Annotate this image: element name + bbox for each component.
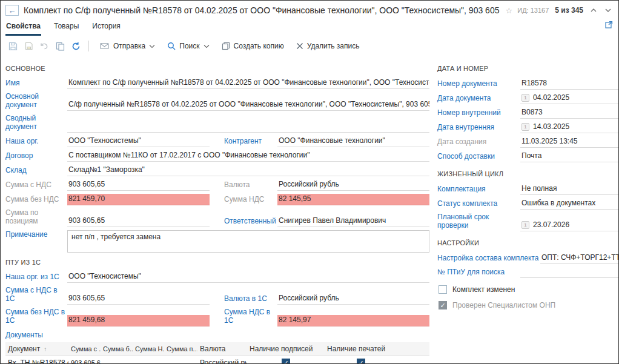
our-org-1c-label[interactable]: Наша орг. из 1С [5,273,67,283]
sum-with-vat-1c-label[interactable]: Сумма с НДС в 1С [5,286,67,305]
sum-with-vat-1c-field[interactable]: 903 605,65 [67,293,210,305]
search-button[interactable]: Поиск [162,40,214,52]
send-button-label: Отправка [113,42,145,50]
internal-number-field[interactable]: B0873 [520,107,619,119]
document-link[interactable]: Вх. ТН №R18578 от ... [5,356,68,364]
col-sum-positions[interactable]: Сумма п... [164,342,197,356]
back-button[interactable]: ← [5,5,19,16]
doc-date-label[interactable]: Дата документа [437,94,520,104]
doc-number-label[interactable]: Номер документа [437,79,520,90]
warehouse-field[interactable]: Склад№1 "Заморозка" [67,165,429,176]
col-document[interactable]: Документ↑ [5,342,68,356]
our-org-field[interactable]: ООО "Техносистемы" [67,136,210,147]
col-currency[interactable]: Валюта [197,342,247,356]
currency-1c-field[interactable]: Российский рубль [277,293,429,305]
tab-properties[interactable]: Свойства [5,21,41,36]
internal-date-field[interactable]: 114.03.2025 [520,122,619,133]
cell-currency[interactable]: Российский рубль [197,356,247,364]
sum-without-vat-1c-label[interactable]: Сумма без НДС в 1С [5,308,67,326]
responsible-label[interactable]: Ответственный [224,217,277,227]
cell-sum-with[interactable]: 903 605,65 [68,356,101,364]
our-org-label[interactable]: Наша орг. [5,137,67,147]
main-doc-label[interactable]: Основной документ [5,92,67,111]
completeness-label[interactable]: Комплектация [437,185,520,195]
name-field[interactable]: Комплект по С/ф полученный №R18578 от 04… [67,78,429,89]
counterparty-label[interactable]: Контрагент [224,137,277,147]
currency-field[interactable]: Российский рубль [277,179,429,191]
kit-status-field[interactable]: Ошибка в документах [520,198,619,210]
undo-button[interactable] [37,39,51,53]
summary-doc-field[interactable] [67,122,429,133]
create-copy-button[interactable]: Создать копию [216,40,290,52]
kit-changed-checkbox[interactable] [439,285,447,294]
col-sum-without-vat[interactable]: Сумма б... [101,342,133,356]
contract-label[interactable]: Договор [5,151,67,162]
delete-record-button[interactable]: Удалить запись [291,40,365,52]
field-row-summary-doc: Сводный документ [5,114,429,133]
sum-with-vat-field[interactable]: 903 605,65 [67,179,210,191]
col-signatures[interactable]: Наличие подписей [247,342,325,356]
send-button[interactable]: Отправка [94,40,161,52]
calendar-icon[interactable]: 1 [521,123,529,131]
note-label[interactable]: Примечание [5,230,67,240]
next-record-button[interactable] [604,7,612,14]
save-close-button[interactable] [21,39,36,53]
sum-without-vat-field[interactable]: 821 459,70 [67,194,210,205]
col-filler [397,342,429,356]
delivery-field[interactable]: Почта [520,151,619,162]
currency-1c-label[interactable]: Валюта в 1С [224,294,277,305]
col-sum-vat[interactable]: Сумма Н... [133,342,164,356]
completeness-field[interactable]: Не полная [520,184,619,195]
internal-date-label[interactable]: Дата внутренняя [437,123,520,133]
summary-doc-label[interactable]: Сводный документ [5,114,67,133]
prev-record-button[interactable] [589,7,598,14]
responsible-field[interactable]: Снигирев Павел Владимирович [277,216,429,227]
ptiu-search-label[interactable]: № ПТиУ для поиска [437,268,520,278]
doc-date-field[interactable]: 104.02.2025 [520,93,619,104]
cell-sum-vat[interactable] [133,356,164,364]
tab-goods[interactable]: Товары [53,21,79,36]
sum-without-vat-1c-field[interactable]: 821 459,68 [67,315,210,326]
note-field[interactable]: нет п/п , требуется замена [67,230,429,253]
sum-vat-1c-label[interactable]: Сумма НДС в 1С [224,308,277,326]
sum-vat-field[interactable]: 82 145,95 [277,194,429,205]
tab-history[interactable]: История [91,21,121,36]
contract-field[interactable]: С поставщиком №11КО от 17.02.2017 с ООО … [67,150,429,162]
calendar-icon[interactable]: 1 [521,221,529,229]
check-due-field[interactable]: 123.07.2026 [520,220,619,231]
cell-sum-pos[interactable] [164,356,197,364]
delivery-label[interactable]: Способ доставки [437,152,520,162]
kit-changed-label[interactable]: Комплект изменен [452,285,515,294]
cell-sum-wo[interactable] [101,356,133,364]
refresh-button[interactable] [68,39,83,53]
open-in-window-button[interactable] [605,21,613,28]
ptiu-search-field[interactable] [520,267,619,278]
col-sum-with-vat[interactable]: Сумма с ... [68,342,101,356]
sum-positions-field[interactable]: 903 605,65 [67,216,210,227]
internal-number-label[interactable]: Номер внутренний [437,108,520,119]
stamps-checkbox[interactable]: ✓ [357,359,365,364]
signatures-checkbox[interactable]: ✓ [282,359,290,364]
save-button[interactable] [5,39,20,53]
name-label[interactable]: Имя [5,79,67,89]
favorite-star-icon[interactable]: ☆ [506,6,513,15]
warehouse-label[interactable]: Склад [5,166,67,176]
delete-record-button-label: Удалить запись [307,42,360,50]
checked-onp-checkbox[interactable]: ✓ [439,301,447,309]
calendar-icon[interactable]: 1 [521,94,529,102]
counterparty-field[interactable]: ООО "Финансовые технологии" [277,136,429,147]
sum-vat-1c-field[interactable]: 82 145,97 [277,315,429,326]
kit-config-field[interactable]: ОПТ: СЧФ+ТОРГ12+ТТН_Все [540,253,619,264]
check-due-label[interactable]: Плановый срок проверки [437,213,520,231]
delete-x-icon [296,42,303,50]
documents-section-link[interactable]: Документы [5,331,429,339]
created-label: Дата создания [437,137,520,148]
our-org-1c-field[interactable]: ООО "Техносистемы" [67,271,429,283]
kit-config-label[interactable]: Настройка состава комплекта [437,254,540,264]
field-row-doc-number: Номер документа R18578 [437,78,619,90]
kit-status-label[interactable]: Статус комплекта [437,199,520,210]
copy-record-button[interactable] [53,39,67,53]
main-doc-field[interactable]: С/ф полученный №R18578 от 04.02.2025 от … [67,99,429,111]
col-stamps[interactable]: Наличие печатей [325,342,397,356]
doc-number-field[interactable]: R18578 [520,78,619,90]
